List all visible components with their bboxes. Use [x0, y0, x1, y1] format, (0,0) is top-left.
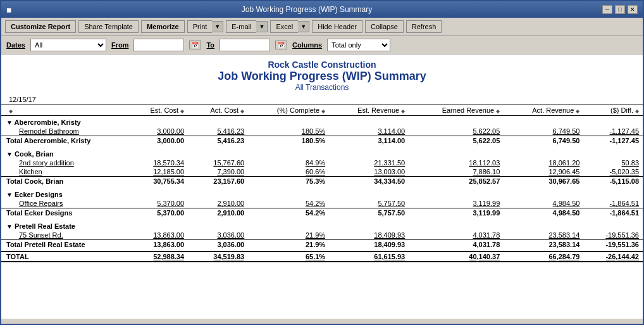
minimize-button[interactable]: ─ — [602, 5, 612, 14]
table-row: Total Abercrombie, Kristy3,000.005,416.2… — [1, 136, 643, 146]
close-button[interactable]: ✕ — [628, 5, 638, 14]
refresh-button[interactable]: Refresh — [406, 20, 442, 33]
grand-total-row: TOTAL52,988.3434,519.8365.1%61,615.9340,… — [1, 252, 643, 262]
collapse-button[interactable]: Collapse — [365, 20, 404, 33]
maximize-button[interactable]: □ — [615, 5, 625, 14]
to-label: To — [206, 41, 214, 49]
table-row: Total Pretell Real Estate13,863.003,036.… — [1, 240, 643, 250]
col-sort-diff-icon: ◆ — [635, 108, 639, 114]
table-row: 75 Sunset Rd.13,863.003,036.0021.9%18,40… — [1, 231, 643, 240]
dates-select[interactable]: All — [30, 39, 106, 51]
table-header-row: ◆ Est. Cost ◆ Act. Cost ◆ (%) Complete ◆ — [1, 105, 643, 116]
table-row: ▼ Ecker Designs — [1, 188, 643, 199]
report-date: 12/15/17 — [1, 94, 643, 105]
table-row: ▼ Abercrombie, Kristy — [1, 116, 643, 127]
col-header-act-cost-label: Act. Cost — [211, 106, 239, 114]
col-sort-est-cost-icon: ◆ — [180, 108, 184, 114]
table-row: Kitchen12,185.007,390.0060.6%13,003.007,… — [1, 167, 643, 177]
excel-group: Excel ▼ — [270, 20, 309, 33]
dates-label: Dates — [6, 41, 25, 49]
title-bar: ◼ Job Working Progress (WIP) Summary ─ □… — [1, 1, 643, 18]
col-sort-est-rev-icon: ◆ — [401, 108, 405, 114]
col-header-est-revenue: Est. Revenue ◆ — [329, 105, 409, 116]
col-header-diff: ($) Diff. ◆ — [583, 105, 643, 116]
from-label: From — [111, 41, 129, 49]
col-header-pct-complete-label: (%) Complete — [277, 106, 319, 114]
share-template-button[interactable]: Share Template — [78, 20, 139, 33]
table-row: Office Repairs5,370.002,910.0054.2%5,757… — [1, 199, 643, 208]
columns-label: Columns — [292, 41, 322, 49]
col-header-act-revenue-label: Act. Revenue — [532, 106, 574, 114]
col-sort-earned-rev-icon: ◆ — [496, 108, 500, 114]
col-header-act-cost: Act. Cost ◆ — [188, 105, 248, 116]
col-sort-act-cost-icon: ◆ — [240, 108, 244, 114]
table-row: ▼ Cook, Brian — [1, 148, 643, 158]
col-header-act-revenue: Act. Revenue ◆ — [504, 105, 583, 116]
col-sort-pct-icon: ◆ — [321, 108, 325, 114]
table-row: Total Ecker Designs5,370.002,910.0054.2%… — [1, 208, 643, 218]
col-header-earned-revenue-label: Earned Revenue — [442, 106, 495, 114]
col-header-earned-revenue: Earned Revenue ◆ — [409, 105, 504, 116]
to-calendar-button[interactable]: 📅 — [275, 41, 287, 49]
col-sort-act-rev-icon: ◆ — [576, 108, 579, 114]
col-header-est-cost: Est. Cost ◆ — [128, 105, 188, 116]
col-header-est-cost-label: Est. Cost — [150, 106, 178, 114]
excel-dropdown-arrow[interactable]: ▼ — [298, 21, 309, 32]
report-area: Rock Castle Construction Job Working Pro… — [1, 54, 643, 319]
col-header-est-revenue-label: Est. Revenue — [357, 106, 399, 114]
print-button[interactable]: Print — [187, 20, 213, 33]
email-group: E-mail ▼ — [226, 20, 268, 33]
customize-report-button[interactable]: Customize Report — [5, 20, 76, 33]
columns-select[interactable]: Total only — [327, 39, 390, 51]
report-table: ◆ Est. Cost ◆ Act. Cost ◆ (%) Complete ◆ — [1, 105, 643, 262]
memorize-button[interactable]: Memorize — [141, 20, 185, 33]
table-row: Total Cook, Brian30,755.3423,157.6075.3%… — [1, 177, 643, 186]
col-header-diff-label: ($) Diff. — [610, 106, 633, 114]
table-row: 2nd story addition18,570.3415,767.6084.9… — [1, 158, 643, 167]
title-bar-left: ◼ — [6, 6, 11, 13]
col-sort-name-icon: ◆ — [9, 108, 13, 114]
report-header: Rock Castle Construction Job Working Pro… — [1, 54, 643, 94]
window-controls: ─ □ ✕ — [602, 5, 638, 14]
col-header-pct-complete: (%) Complete ◆ — [248, 105, 329, 116]
report-subtitle: All Transactions — [1, 83, 643, 92]
print-dropdown-arrow[interactable]: ▼ — [212, 21, 223, 32]
print-group: Print ▼ — [187, 20, 224, 33]
report-title: Job Working Progress (WIP) Summary — [1, 70, 643, 83]
email-button[interactable]: E-mail — [226, 20, 256, 33]
table-row: ▼ Pretell Real Estate — [1, 220, 643, 231]
hide-header-button[interactable]: Hide Header — [312, 20, 362, 33]
from-input[interactable] — [133, 39, 184, 51]
from-calendar-button[interactable]: 📅 — [189, 41, 201, 49]
excel-button[interactable]: Excel — [270, 20, 298, 33]
app-icon: ◼ — [6, 6, 11, 13]
to-input[interactable] — [220, 39, 270, 51]
toolbar: Customize Report Share Template Memorize… — [1, 18, 643, 36]
table-row: Remodel Bathroom3,000.005,416.23180.5%3,… — [1, 127, 643, 136]
company-name: Rock Castle Construction — [1, 60, 643, 70]
col-header-name: ◆ — [1, 105, 128, 116]
email-dropdown-arrow[interactable]: ▼ — [256, 21, 268, 32]
filters-bar: Dates All From 📅 To 📅 Columns Total only — [1, 36, 643, 54]
window-title: Job Working Progress (WIP) Summary — [11, 5, 602, 14]
